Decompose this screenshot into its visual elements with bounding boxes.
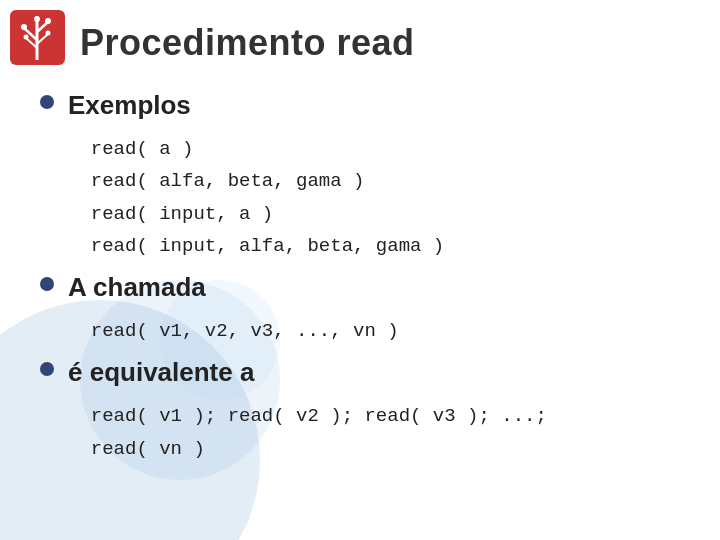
page-title: Procedimento read — [80, 22, 415, 64]
svg-point-10 — [34, 16, 40, 22]
label-exemplos: Exemplos — [68, 90, 191, 121]
logo — [10, 10, 70, 70]
label-chamada: A chamada — [68, 272, 206, 303]
bullet-exemplos: Exemplos — [40, 90, 700, 125]
section-chamada: A chamada read( v1, v2, v3, ..., vn ) — [40, 272, 700, 347]
code-equivalente: read( v1 ); read( v2 ); read( v3 ); ...;… — [68, 400, 700, 465]
logo-icon — [10, 10, 65, 65]
code-line-1: read( a ) read( alfa, beta, gama ) read(… — [68, 133, 700, 262]
section-equivalente: é equivalente a read( v1 ); read( v2 ); … — [40, 357, 700, 465]
svg-point-8 — [24, 35, 29, 40]
svg-point-7 — [45, 18, 51, 24]
svg-point-6 — [21, 24, 27, 30]
bullet-equivalente: é equivalente a — [40, 357, 700, 392]
code-line-2: read( v1, v2, v3, ..., vn ) — [68, 315, 700, 347]
section-exemplos: Exemplos read( a ) read( alfa, beta, gam… — [40, 90, 700, 262]
bullet-dot-equivalente — [40, 362, 54, 376]
label-equivalente: é equivalente a — [68, 357, 254, 388]
code-exemplos: read( a ) read( alfa, beta, gama ) read(… — [68, 133, 700, 262]
bullet-dot-chamada — [40, 277, 54, 291]
bullet-chamada: A chamada — [40, 272, 700, 307]
code-line-3: read( v1 ); read( v2 ); read( v3 ); ...;… — [68, 400, 700, 465]
svg-point-9 — [46, 31, 51, 36]
code-chamada: read( v1, v2, v3, ..., vn ) — [68, 315, 700, 347]
bullet-dot-exemplos — [40, 95, 54, 109]
content-area: Exemplos read( a ) read( alfa, beta, gam… — [40, 90, 700, 475]
